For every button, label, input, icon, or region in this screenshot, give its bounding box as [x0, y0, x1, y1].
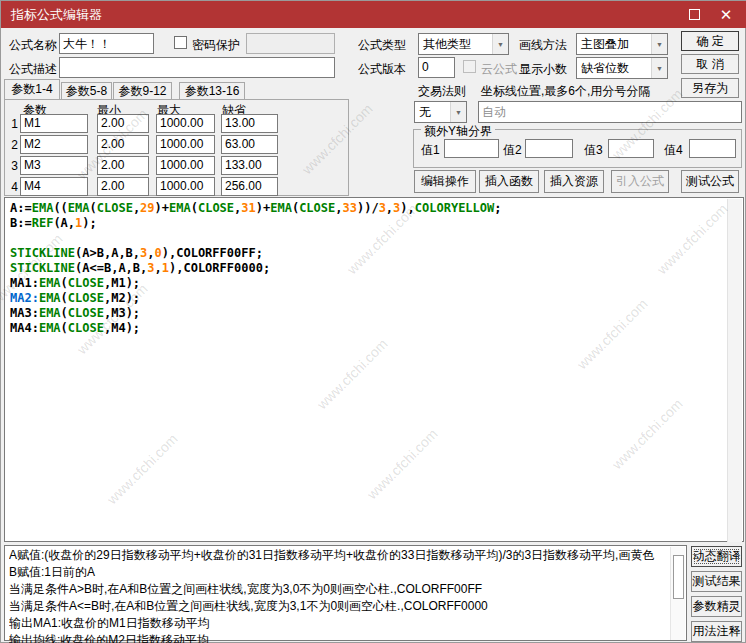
extra-y-value-input[interactable] — [525, 139, 573, 158]
param-name-input[interactable]: M1 — [20, 114, 88, 133]
param-min-input[interactable]: 2.00 — [97, 114, 149, 133]
param-row-number: 3 — [6, 159, 18, 173]
maximize-icon — [689, 9, 700, 20]
description-line: 输出MA1:收盘价的M1日指数移动平均 — [9, 615, 668, 632]
param-name-input[interactable]: M4 — [20, 177, 88, 196]
trade-rule-label: 交易法则 — [418, 83, 466, 100]
param-name-input[interactable]: M2 — [20, 135, 88, 154]
code-line: STICKLINE(A>B,A,B,3,0),COLORFF00FF; — [10, 246, 502, 261]
tab-param-4[interactable]: 参数13-16 — [179, 82, 245, 99]
import-formula-button: 引入公式 — [611, 170, 669, 193]
param-row-number: 1 — [6, 117, 18, 131]
dynamic-translate-button[interactable]: 动态翻译 — [691, 546, 742, 567]
param-wizard-button[interactable]: 参数精灵 — [691, 596, 742, 617]
formula-desc-label: 公式描述 — [9, 61, 57, 78]
description-line: 当满足条件A<=B时,在A和B位置之间画柱状线,宽度为3,1不为0则画空心柱.,… — [9, 598, 668, 615]
ok-button[interactable]: 确 定 — [681, 31, 739, 51]
extra-y-value-input[interactable] — [444, 139, 499, 158]
param-row-number: 4 — [6, 180, 18, 194]
param-default-input[interactable]: 63.00 — [221, 135, 278, 154]
param-row-number: 2 — [6, 138, 18, 152]
description-line: 当满足条件A>B时,在A和B位置之间画柱状线,宽度为3,0不为0则画空心柱.,C… — [9, 581, 668, 598]
coordinate-input[interactable]: 自动 — [478, 101, 742, 123]
close-button[interactable]: ✕ — [713, 1, 739, 28]
tab-param-2[interactable]: 参数5-8 — [61, 82, 112, 99]
chevron-down-icon[interactable]: ▼ — [651, 58, 667, 78]
formula-type-label: 公式类型 — [358, 37, 406, 54]
description-line: B赋值:1日前的A — [9, 564, 668, 581]
draw-method-label: 画线方法 — [519, 37, 567, 54]
maximize-button[interactable] — [681, 1, 707, 28]
trade-rule-select[interactable]: 无 ▼ — [414, 101, 467, 123]
param-min-input[interactable]: 2.00 — [97, 156, 149, 175]
param-name-input[interactable]: M3 — [20, 156, 88, 175]
extra-y-label: 额外Y轴分界 — [421, 123, 495, 140]
edit-operation-button[interactable]: 编辑操作 — [414, 170, 476, 193]
extra-y-value-label: 值3 — [584, 142, 603, 159]
extra-y-value-label: 值2 — [503, 142, 522, 159]
cloud-formula-label: 云公式 — [481, 61, 517, 78]
code-editor[interactable]: A:=EMA((EMA(CLOSE,29)+EMA(CLOSE,31)+EMA(… — [4, 197, 744, 542]
scrollbar-thumb[interactable] — [673, 555, 684, 599]
tab-param-3[interactable]: 参数9-12 — [113, 82, 172, 99]
save-as-button[interactable]: 另存为 — [681, 78, 739, 98]
formula-desc-input[interactable] — [59, 57, 335, 78]
formula-type-select[interactable]: 其他类型 ▼ — [418, 33, 509, 55]
test-formula-button[interactable]: 测试公式 — [681, 170, 739, 193]
param-default-input[interactable]: 13.00 — [221, 114, 278, 133]
extra-y-value-label: 值4 — [664, 142, 683, 159]
param-default-input[interactable]: 256.00 — [221, 177, 278, 196]
password-input — [246, 33, 335, 54]
formula-name-label: 公式名称 — [9, 37, 57, 54]
description-line: 输出均线:收盘价的M2日指数移动平均 — [9, 632, 668, 643]
password-protect-label: 密码保护 — [192, 37, 240, 54]
code-line: STICKLINE(A<=B,A,B,3,1),COLORFF0000; — [10, 261, 502, 276]
code-editor-scrollbar[interactable] — [727, 199, 742, 542]
code-line: B:=REF(A,1); — [10, 216, 502, 231]
param-default-input[interactable]: 133.00 — [221, 156, 278, 175]
param-max-input[interactable]: 1000.00 — [156, 135, 215, 154]
extra-y-value-label: 值1 — [421, 142, 440, 159]
code-line — [10, 231, 502, 246]
decimal-display-select[interactable]: 缺省位数 ▼ — [576, 57, 668, 79]
param-min-input[interactable]: 2.00 — [97, 177, 149, 196]
insert-resource-button[interactable]: 插入资源 — [544, 170, 604, 193]
decimal-display-label: 显示小数 — [519, 61, 567, 78]
test-result-button[interactable]: 测试结果 — [691, 571, 742, 592]
description-panel[interactable]: A赋值:(收盘价的29日指数移动平均+收盘价的31日指数移动平均+收盘价的33日… — [4, 545, 687, 641]
cloud-formula-checkbox — [463, 60, 476, 73]
extra-y-value-input[interactable] — [689, 139, 736, 158]
chevron-down-icon[interactable]: ▼ — [492, 34, 508, 54]
insert-function-button[interactable]: 插入函数 — [479, 170, 539, 193]
code-line: MA1:EMA(CLOSE,M1); — [10, 276, 502, 291]
window-title: 指标公式编辑器 — [11, 6, 102, 24]
code-line: MA3:EMA(CLOSE,M3); — [10, 306, 502, 321]
chevron-down-icon[interactable]: ▼ — [651, 34, 667, 54]
tab-param-1[interactable]: 参数1-4 — [4, 79, 60, 99]
chevron-down-icon[interactable]: ▼ — [450, 102, 466, 122]
formula-editor-dialog: 指标公式编辑器 ✕ 公式名称 大牛！！ 密码保护 公式类型 其他类型 ▼ 画线方… — [0, 0, 746, 643]
formula-version-input[interactable]: 0 — [418, 57, 455, 78]
cancel-button[interactable]: 取 消 — [681, 54, 739, 74]
password-protect-checkbox[interactable] — [174, 36, 187, 49]
usage-note-button[interactable]: 用法注释 — [691, 621, 742, 642]
code-line: MA2:EMA(CLOSE,M2); — [10, 291, 502, 306]
param-max-input[interactable]: 1000.00 — [156, 177, 215, 196]
description-scrollbar[interactable] — [670, 547, 685, 640]
draw-method-select[interactable]: 主图叠加 ▼ — [576, 33, 668, 55]
param-max-input[interactable]: 1000.00 — [156, 114, 215, 133]
param-max-input[interactable]: 1000.00 — [156, 156, 215, 175]
code-line: A:=EMA((EMA(CLOSE,29)+EMA(CLOSE,31)+EMA(… — [10, 201, 502, 216]
coordinate-hint-label: 坐标线位置,最多6个,用分号分隔 — [481, 83, 650, 100]
param-min-input[interactable]: 2.00 — [97, 135, 149, 154]
title-bar[interactable]: 指标公式编辑器 ✕ — [1, 1, 746, 28]
formula-version-label: 公式版本 — [358, 61, 406, 78]
formula-name-input[interactable]: 大牛！！ — [59, 33, 154, 54]
extra-y-value-input[interactable] — [608, 139, 654, 158]
code-line: MA4:EMA(CLOSE,M4); — [10, 321, 502, 336]
description-line: A赋值:(收盘价的29日指数移动平均+收盘价的31日指数移动平均+收盘价的33日… — [9, 547, 668, 564]
